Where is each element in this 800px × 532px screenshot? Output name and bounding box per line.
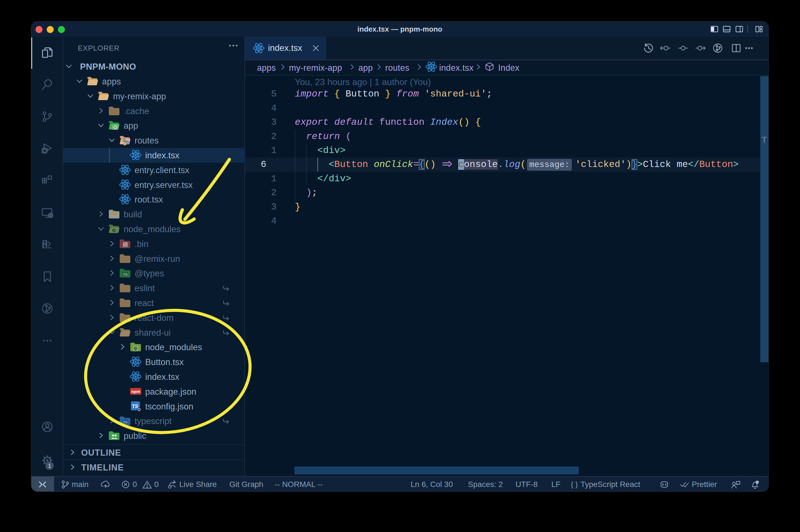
- svg-text:npm: npm: [131, 389, 140, 394]
- svg-text:TS: TS: [123, 420, 128, 424]
- svg-text:JS: JS: [134, 347, 138, 350]
- svg-text:JS: JS: [112, 229, 116, 232]
- svg-text:10: 10: [124, 245, 127, 248]
- svg-text:TS: TS: [123, 272, 128, 277]
